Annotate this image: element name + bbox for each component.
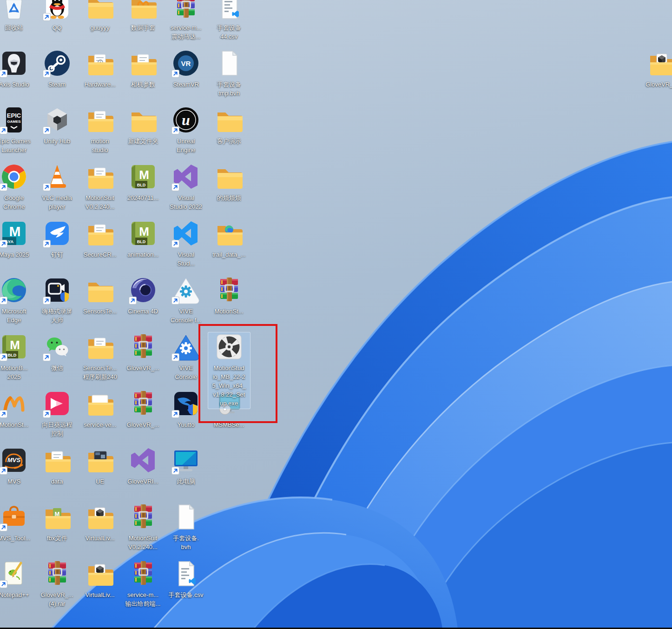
desktop-icon-sensorste-refresh-folder[interactable]: SensorsTe... 程序刷新240 bbox=[79, 332, 121, 383]
desktop-icon-visual-studio-2022[interactable]: Visual Studio 2022 bbox=[165, 162, 207, 212]
desktop-icon-motionsuit-folder[interactable]: MotionSuit V0.2.240... bbox=[79, 162, 121, 212]
icon-label: 数据手套 bbox=[120, 23, 166, 32]
desktop-icon-new-folder[interactable]: 新建文件夹 bbox=[122, 105, 165, 147]
desktop-icon-wechat[interactable]: 微信 bbox=[36, 332, 79, 374]
shortcut-arrow-icon bbox=[171, 410, 179, 418]
desktop-icon-virtuallive-folder-2[interactable]: VirtualLiv... bbox=[79, 559, 121, 601]
desktop-icon-motionsuit-rar[interactable]: MotionSuit V0.2.240... bbox=[122, 502, 165, 553]
svg-text:VR: VR bbox=[181, 60, 191, 67]
icon-label: Google Chrome bbox=[0, 193, 37, 211]
desktop-icon-glove-device-bvh[interactable]: 手套设备. bvh bbox=[165, 502, 207, 553]
desktop-icon-sunflower-remote[interactable]: 向日葵远程 控制 bbox=[36, 389, 79, 439]
desktop-icon-glovevr-folder-right[interactable]: GloveVR_... bbox=[640, 48, 672, 90]
desktop-icon-virtuallive-folder-1[interactable]: VirtualLiv... bbox=[79, 502, 121, 544]
shortcut-arrow-icon bbox=[0, 240, 7, 248]
folder-icon bbox=[128, 105, 158, 135]
desktop-icon-qq[interactable]: QQ bbox=[36, 0, 79, 33]
desktop-icon-fbx-folder[interactable]: Mfbx文件 bbox=[36, 502, 79, 544]
desktop-icon-microsoft-edge[interactable]: Microsoft Edge bbox=[0, 275, 35, 326]
desktop-icon-axis-studio[interactable]: Axis Studio bbox=[0, 48, 35, 90]
desktop-icon-mvs[interactable]: MVSMVS bbox=[0, 445, 35, 487]
edge-icon bbox=[0, 275, 29, 305]
desktop-icon-trail-data-folder[interactable]: trail_data_... bbox=[208, 218, 250, 260]
icon-label: Notepad++ bbox=[0, 590, 37, 599]
icon-label: 手套设备.csv bbox=[163, 590, 209, 599]
winrar-icon bbox=[128, 502, 158, 532]
desktop-icon-sensorste-folder[interactable]: SensorsTe... bbox=[79, 275, 121, 317]
desktop-icon-camera-params-folder[interactable]: 相机参数 bbox=[122, 48, 165, 90]
desktop-icon-hardware-folder[interactable]: Hardware... bbox=[79, 48, 121, 90]
vlc-icon bbox=[42, 162, 72, 192]
desktop-icon-mb-file-20240711[interactable]: BLDM20240711... bbox=[122, 162, 165, 204]
desktop-icon-data-glove-folder[interactable]: 数据手套 bbox=[122, 0, 165, 33]
desktop-icon-glovevr-rar-2[interactable]: GloveVR_... bbox=[122, 389, 165, 430]
desktop-icon-visual-studio-code[interactable]: Visual Stud... bbox=[165, 218, 207, 269]
shortcut-arrow-icon bbox=[171, 297, 179, 305]
desktop-icon-motionbuilder-2025[interactable]: BLDMMotionB... 2025 bbox=[0, 332, 35, 383]
icon-label: 客户演示 bbox=[206, 137, 252, 146]
icon-label: VLC media player bbox=[34, 193, 80, 211]
desktop-icon-glovevr-rar-1[interactable]: GloveVR_... bbox=[122, 332, 165, 374]
desktop-icon-customer-demo-folder[interactable]: 客户演示 bbox=[208, 105, 250, 147]
desktop-icon-service-ve-folder[interactable]: service-ve... bbox=[79, 389, 121, 430]
desktop-icon-steamvr[interactable]: VRSteamVR bbox=[165, 48, 207, 90]
folder-doc-icon bbox=[85, 105, 115, 135]
svg-text:MVS: MVS bbox=[7, 457, 21, 463]
svg-text:u: u bbox=[182, 112, 190, 128]
desktop-icon-unity-hub[interactable]: Unity Hub bbox=[36, 105, 79, 147]
desktop-icon-vlc-media-player[interactable]: VLC media player bbox=[36, 162, 79, 212]
icon-label: MotionSuit V0.2.240... bbox=[77, 193, 123, 211]
icon-label: Visual Studio 2022 bbox=[163, 193, 209, 211]
desktop-icon-data-folder[interactable]: data bbox=[36, 445, 79, 487]
desktop-icon-cinema-4d[interactable]: Cinema 4D bbox=[122, 275, 165, 317]
desktop-icon-glove-device-csv[interactable]: 手套设备.csv bbox=[165, 559, 207, 601]
desktop-icon-glove-device-44-csv[interactable]: 手套设备 44.csv bbox=[208, 0, 250, 42]
icon-label: VirtualLiv... bbox=[77, 534, 123, 543]
desktop-icon-this-pc[interactable]: 此电脑 bbox=[165, 445, 207, 487]
desktop-icon-recycle-bin[interactable]: 回收站 bbox=[0, 0, 35, 33]
winrar-icon bbox=[214, 275, 244, 305]
desktop-icon-service-m-frontend-rar[interactable]: service-m... 输出给前端... bbox=[122, 559, 165, 609]
desktop-icon-mvs-tool[interactable]: MVS_Tool... bbox=[0, 502, 35, 544]
motionbuilder-icon: BLDM bbox=[128, 162, 158, 192]
icon-label: Visual Stud... bbox=[163, 250, 209, 268]
desktop-icon-glovevr-4-rar[interactable]: GloveVR_... (4).rar bbox=[36, 559, 79, 609]
folder-icon bbox=[214, 162, 244, 192]
desktop-icon-epic-games-launcher[interactable]: EPICGAMESEpic Games Launcher bbox=[0, 105, 35, 156]
desktop-icon-steam[interactable]: Steam bbox=[36, 48, 79, 90]
file-blank-icon bbox=[214, 48, 244, 78]
desktop-icon-unreal-engine[interactable]: uUnreal Engine bbox=[165, 105, 207, 156]
folder-icon bbox=[214, 105, 244, 135]
desktop-icon-notepad-plus-plus[interactable]: Notepad++ bbox=[0, 559, 35, 601]
icon-label: VIVE Console f... bbox=[163, 307, 209, 324]
folder-unity-icon bbox=[85, 559, 115, 589]
desktop-icon-service-m-motor-rar[interactable]: service-m... 震动马达... bbox=[165, 0, 207, 42]
icon-label: MVS bbox=[0, 477, 37, 486]
desktop-icon-guuyyy-folder[interactable]: guuyyy bbox=[79, 0, 121, 33]
icon-label: Cinema 4D bbox=[120, 307, 166, 316]
icon-label: 的烦烦烦 bbox=[206, 193, 252, 202]
desktop-icon-glovevri[interactable]: GloveVRI... bbox=[122, 445, 165, 487]
sunflower-icon bbox=[42, 389, 72, 418]
desktop-icon-dingtalk[interactable]: 钉钉 bbox=[36, 218, 79, 260]
desktop-icon-hige-screen-recorder[interactable]: 嗨格式录屏 大师 bbox=[36, 275, 79, 326]
desktop-icon-motionst-rar[interactable]: MotionSt... bbox=[208, 275, 250, 317]
desktop-icon-vive-console-f[interactable]: VIVE Console f... bbox=[165, 275, 207, 326]
icon-label: animation... bbox=[120, 250, 166, 259]
desktop-icon-maya-2025[interactable]: AYAMMaya 2025 bbox=[0, 218, 35, 260]
icon-label: 向日葵远程 控制 bbox=[34, 420, 80, 438]
desktop-icon-ue-folder[interactable]: UE bbox=[79, 445, 121, 487]
folder-edge-icon bbox=[214, 218, 244, 248]
shortcut-arrow-icon bbox=[0, 70, 7, 78]
desktop-icon-google-chrome[interactable]: Google Chrome bbox=[0, 162, 35, 212]
icon-label: 手套设备. bvh bbox=[163, 534, 209, 551]
desktop-icon-defanfanfan-folder[interactable]: 的烦烦烦 bbox=[208, 162, 250, 204]
desktop-icon-motionst-orange[interactable]: MotionSt... bbox=[0, 389, 35, 430]
desktop-icon-motion-studio-folder[interactable]: motion studio bbox=[79, 105, 121, 156]
desktop-icon-glove-device-tmp-bvh[interactable]: 手套设备 tmp.bvh bbox=[208, 48, 250, 99]
desktop-icon-mb-file-animation[interactable]: BLDManimation... bbox=[122, 218, 165, 260]
icon-label: Maya 2025 bbox=[0, 250, 37, 259]
desktop-icon-securecrt-folder[interactable]: SecureCR... bbox=[79, 218, 121, 260]
icon-label: Unreal Engine bbox=[163, 137, 209, 154]
icon-label: UE bbox=[77, 477, 123, 486]
